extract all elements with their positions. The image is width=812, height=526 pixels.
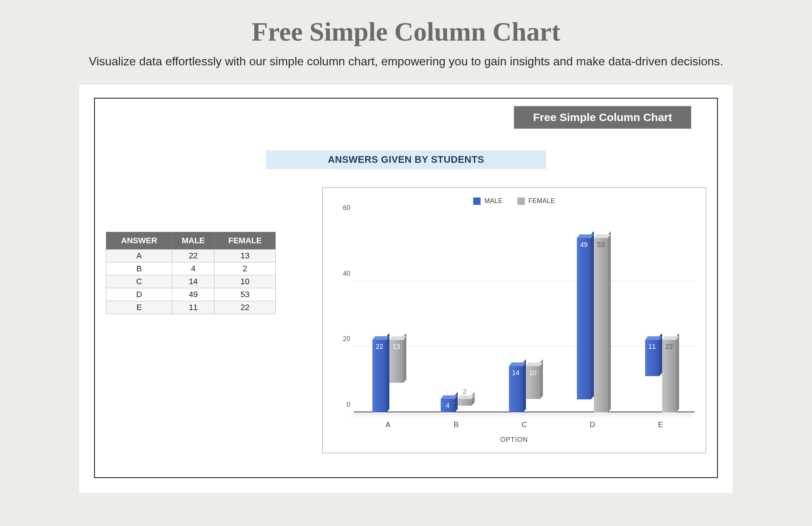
bar-male: 22 <box>372 340 386 412</box>
table-row: C 14 10 <box>106 275 276 288</box>
cell-answer: D <box>106 288 172 301</box>
x-tick: A <box>366 420 410 429</box>
cell-male: 49 <box>172 288 214 301</box>
bar-value: 4 <box>446 402 450 410</box>
bar-male: 11 <box>645 340 659 376</box>
bar-value: 49 <box>580 241 588 249</box>
bar-male: 49 <box>577 238 591 399</box>
document-card: Free Simple Column Chart ANSWERS GIVEN B… <box>79 85 733 493</box>
bar-female: 13 <box>389 340 403 383</box>
bar-value: 2 <box>463 388 467 396</box>
table-header-female: FEMALE <box>214 232 276 250</box>
y-tick: 60 <box>336 204 350 212</box>
x-tick: B <box>434 420 478 429</box>
cell-answer: C <box>106 275 172 288</box>
chart-legend: MALE FEMALE <box>323 188 706 205</box>
legend-label-male: MALE <box>484 197 502 205</box>
table-row: A 22 13 <box>106 250 276 262</box>
table-header-answer: ANSWER <box>106 232 172 250</box>
plot-area: 0 20 40 60 22 13 <box>354 216 695 412</box>
bar-male: 14 <box>509 366 523 412</box>
banner-title: Free Simple Column Chart <box>514 106 691 129</box>
cell-male: 4 <box>172 262 214 275</box>
table-row: B 4 2 <box>106 262 276 275</box>
bar-female: 22 <box>662 340 676 412</box>
y-tick: 40 <box>336 269 350 277</box>
legend-swatch-male-icon <box>473 197 481 205</box>
x-axis-label: OPTION <box>323 436 706 444</box>
cell-answer: B <box>106 262 172 275</box>
page-subtitle: Visualize data effortlessly with our sim… <box>0 55 812 68</box>
chart-box: MALE FEMALE 0 20 40 60 <box>322 188 706 453</box>
cell-female: 10 <box>214 275 276 288</box>
cell-answer: E <box>106 301 172 314</box>
legend-item-female: FEMALE <box>517 197 555 205</box>
bar-group: 22 13 <box>366 340 410 412</box>
table-header-male: MALE <box>172 232 214 250</box>
bar-value: 11 <box>648 343 656 351</box>
table-row: D 49 53 <box>106 288 276 301</box>
y-tick: 0 <box>336 401 350 409</box>
page-title: Free Simple Column Chart <box>0 17 812 47</box>
legend-item-male: MALE <box>473 197 502 205</box>
bar-value: 13 <box>393 343 400 351</box>
bar-group: 49 53 <box>570 238 615 412</box>
legend-label-female: FEMALE <box>529 197 555 205</box>
bar-value: 22 <box>665 343 673 351</box>
x-tick: C <box>502 420 547 429</box>
legend-swatch-female-icon <box>517 197 525 205</box>
content-row: ANSWER MALE FEMALE A 22 13 B 4 2 <box>106 188 706 453</box>
bar-value: 14 <box>512 369 519 377</box>
bar-group: 4 2 <box>434 399 478 412</box>
bar-male: 4 <box>441 399 455 412</box>
bar-female: 53 <box>594 238 608 412</box>
x-tick: E <box>639 420 683 429</box>
cell-female: 13 <box>214 250 276 262</box>
y-tick: 20 <box>336 335 350 343</box>
bar-value: 22 <box>376 343 383 351</box>
cell-male: 14 <box>172 275 214 288</box>
cell-male: 22 <box>172 250 214 262</box>
cell-female: 2 <box>214 262 276 275</box>
data-table: ANSWER MALE FEMALE A 22 13 B 4 2 <box>106 232 276 314</box>
cell-male: 11 <box>172 301 214 314</box>
bar-female: 2 <box>458 399 472 406</box>
bar-group: 14 10 <box>502 366 547 412</box>
bar-female: 10 <box>526 366 540 399</box>
bar-value: 53 <box>597 241 605 249</box>
chart-subtitle: ANSWERS GIVEN BY STUDENTS <box>266 150 546 169</box>
document-border: Free Simple Column Chart ANSWERS GIVEN B… <box>94 98 718 478</box>
cell-female: 53 <box>214 288 276 301</box>
bar-group: 11 22 <box>639 340 683 412</box>
cell-answer: A <box>106 250 172 262</box>
chart-floor <box>349 412 695 419</box>
table-row: E 11 22 <box>106 301 276 314</box>
cell-female: 22 <box>214 301 276 314</box>
bar-value: 10 <box>529 369 536 377</box>
x-tick: D <box>570 420 615 429</box>
